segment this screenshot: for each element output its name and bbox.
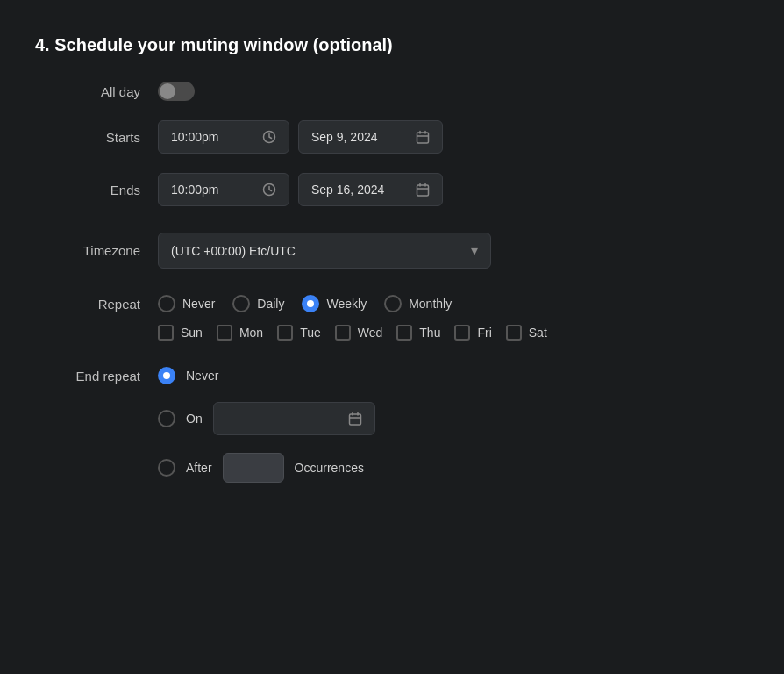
timezone-dropdown[interactable]: (UTC +00:00) Etc/UTC ▾ [158, 233, 491, 269]
starts-row: Starts 10:00pm Sep 9, 2024 [35, 120, 749, 154]
repeat-monthly-label: Monthly [409, 297, 452, 311]
chevron-down-icon: ▾ [471, 242, 478, 259]
starts-label: Starts [53, 130, 158, 145]
end-repeat-options: Never On After Occurrences [158, 367, 375, 483]
repeat-option-daily[interactable]: Daily [232, 295, 284, 312]
end-repeat-radio-after [158, 459, 175, 477]
ends-time-value: 10:00pm [171, 183, 255, 197]
calendar-icon [348, 412, 362, 426]
ends-time-field[interactable]: 10:00pm [158, 173, 289, 206]
end-repeat-after-label: After [186, 461, 212, 475]
svg-rect-3 [417, 185, 429, 196]
day-wed[interactable]: Wed [335, 325, 383, 341]
repeat-row: Repeat Never Daily Weekly [35, 295, 749, 341]
occurrences-input[interactable] [223, 453, 284, 483]
all-day-toggle[interactable] [158, 82, 195, 101]
timezone-value: (UTC +00:00) Etc/UTC [171, 244, 296, 258]
end-repeat-radio-on [158, 410, 175, 427]
repeat-radio-weekly [302, 295, 319, 312]
repeat-options: Never Daily Weekly Monthly [158, 295, 547, 312]
timezone-row: Timezone (UTC +00:00) Etc/UTC ▾ [35, 233, 749, 269]
ends-label: Ends [53, 183, 158, 197]
end-repeat-never-row[interactable]: Never [158, 367, 375, 384]
day-mon-label: Mon [239, 326, 263, 340]
starts-date-field[interactable]: Sep 9, 2024 [298, 120, 443, 154]
day-thu[interactable]: Thu [396, 325, 440, 341]
repeat-weekly-label: Weekly [326, 297, 367, 311]
day-mon[interactable]: Mon [217, 325, 263, 341]
day-sat[interactable]: Sat [506, 325, 547, 341]
svg-rect-1 [417, 133, 429, 143]
checkbox-sun [158, 325, 174, 341]
checkbox-sat [506, 325, 522, 341]
repeat-radio-daily [232, 295, 250, 312]
repeat-never-label: Never [182, 297, 215, 311]
day-thu-label: Thu [419, 326, 440, 340]
repeat-label: Repeat [53, 295, 158, 312]
checkbox-tue [277, 325, 293, 341]
calendar-icon [416, 183, 430, 197]
day-checkboxes: Sun Mon Tue Wed Thu [158, 325, 547, 341]
ends-date-value: Sep 16, 2024 [311, 183, 409, 197]
ends-row: Ends 10:00pm Sep 16, 2024 [35, 173, 749, 206]
end-repeat-section: End repeat Never On [35, 367, 749, 483]
starts-time-value: 10:00pm [171, 130, 255, 144]
day-fri[interactable]: Fri [454, 325, 491, 341]
end-repeat-radio-never [158, 367, 175, 384]
all-day-row: All day [35, 82, 749, 101]
all-day-label: All day [53, 84, 158, 99]
repeat-radio-never [158, 295, 175, 312]
day-sun[interactable]: Sun [158, 325, 203, 341]
checkbox-thu [396, 325, 412, 341]
end-repeat-after-row[interactable]: After Occurrences [158, 453, 375, 483]
repeat-option-never[interactable]: Never [158, 295, 215, 312]
starts-date-value: Sep 9, 2024 [311, 130, 409, 144]
checkbox-mon [217, 325, 232, 341]
day-tue-label: Tue [300, 326, 321, 340]
day-sun-label: Sun [181, 326, 203, 340]
end-repeat-on-label: On [186, 412, 203, 426]
starts-time-field[interactable]: 10:00pm [158, 120, 289, 154]
clock-icon [262, 130, 276, 144]
checkbox-wed [335, 325, 351, 341]
checkbox-fri [454, 325, 470, 341]
calendar-icon [416, 130, 430, 144]
repeat-option-monthly[interactable]: Monthly [384, 295, 452, 312]
day-fri-label: Fri [477, 326, 491, 340]
repeat-option-weekly[interactable]: Weekly [302, 295, 367, 312]
end-repeat-label: End repeat [53, 367, 158, 384]
timezone-label: Timezone [53, 243, 158, 258]
repeat-radio-monthly [384, 295, 402, 312]
day-tue[interactable]: Tue [277, 325, 321, 341]
repeat-daily-label: Daily [257, 297, 284, 311]
toggle-knob [160, 83, 175, 99]
occurrences-label: Occurrences [295, 461, 364, 475]
svg-rect-4 [349, 414, 360, 425]
day-sat-label: Sat [529, 326, 547, 340]
end-repeat-on-row[interactable]: On [158, 402, 375, 435]
end-repeat-never-label: Never [186, 369, 218, 383]
clock-icon [262, 183, 276, 197]
end-repeat-on-date[interactable] [213, 402, 375, 435]
ends-date-field[interactable]: Sep 16, 2024 [298, 173, 443, 206]
section-title: 4. Schedule your muting window (optional… [35, 35, 749, 55]
day-wed-label: Wed [358, 326, 383, 340]
